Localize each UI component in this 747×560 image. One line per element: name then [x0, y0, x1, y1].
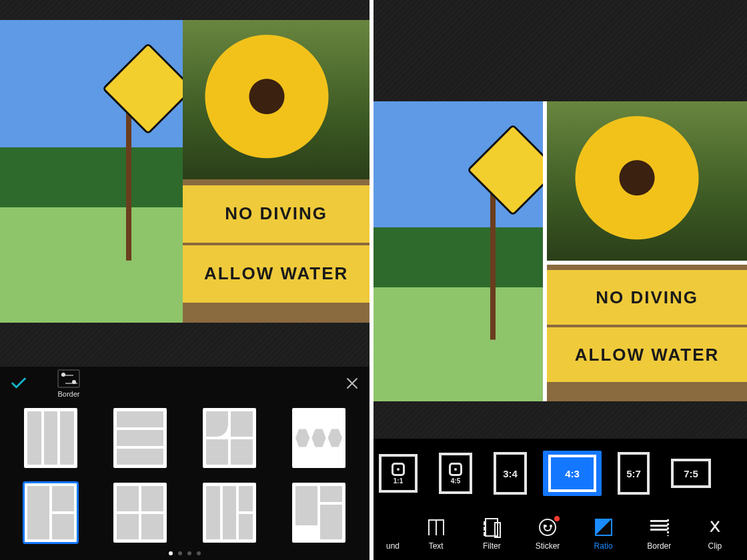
pool-text-1: NO DIVING [183, 185, 369, 243]
top-bar [374, 0, 747, 101]
page-dot[interactable] [178, 551, 182, 555]
page-dot[interactable] [169, 551, 173, 555]
sliders-icon [57, 369, 80, 388]
layout-option-tall-mixed[interactable] [203, 483, 256, 543]
right-screenshot: STOP AHEAD NO DIVING ALLOW WATER 1:14:53… [374, 0, 747, 560]
layout-option-three-col[interactable] [24, 408, 77, 468]
tool-text[interactable]: Text [412, 517, 460, 551]
layout-grid [0, 404, 369, 547]
ratio-label: 4:5 [451, 477, 460, 485]
layout-option-stagger[interactable] [292, 483, 345, 543]
pool-text-1: NO DIVING [547, 270, 747, 325]
layout-option-grid-2x2[interactable] [113, 483, 167, 543]
sign-text: STOP AHEAD [480, 137, 542, 199]
tool-label: Sticker [536, 541, 560, 551]
tool-clip[interactable]: Clip [691, 517, 739, 551]
clip-icon [705, 517, 725, 537]
collage-cell-flower[interactable] [183, 20, 369, 179]
collage-cell-sign[interactable]: STOP AHEAD [374, 101, 543, 401]
layout-panel: Border [0, 367, 369, 560]
tool-sticker[interactable]: Sticker [524, 517, 572, 551]
page-dot[interactable] [187, 551, 191, 555]
layout-option-three-row[interactable] [113, 408, 167, 468]
ratio-icon [594, 517, 614, 537]
mid-gap [0, 323, 369, 367]
page-dot[interactable] [197, 551, 201, 555]
ratio-label: 7:5 [671, 459, 711, 488]
collage-canvas[interactable]: STOP AHEAD NO DIVING ALLOW WATER [374, 101, 747, 401]
collage-cell-flower[interactable] [547, 101, 747, 261]
ratio-label: 5:7 [618, 452, 650, 495]
panel-header: Border [0, 367, 369, 404]
tool-label: und [386, 541, 400, 551]
cancel-button[interactable] [344, 375, 360, 395]
text-icon [426, 517, 446, 537]
pool-text-2: ALLOW WATER [547, 327, 747, 382]
tool-label: Clip [708, 541, 722, 551]
svg-point-1 [718, 532, 722, 536]
tool-background[interactable]: und [382, 517, 404, 551]
mid-gap [374, 401, 747, 439]
collage-canvas[interactable]: STOP AHEAD NO DIVING ALLOW WATER [0, 20, 369, 323]
tool-label: Text [429, 541, 444, 551]
border-icon [649, 517, 669, 537]
tool-label: Ratio [594, 541, 613, 551]
collage-cell-sign[interactable]: STOP AHEAD [0, 20, 183, 323]
badge-dot [554, 516, 560, 521]
tool-ratio[interactable]: Ratio [580, 517, 628, 551]
sign-text: STOP AHEAD [115, 56, 177, 117]
layout-option-hexagons[interactable] [292, 408, 345, 468]
confirm-button[interactable] [9, 374, 28, 397]
ratio-option-4-5[interactable]: 4:5 [434, 449, 478, 498]
ratio-label: 4:3 [548, 455, 596, 492]
ratio-option-5-7[interactable]: 5:7 [612, 448, 655, 499]
tool-label: Filter [483, 541, 501, 551]
ratio-option-3-4[interactable]: 3:4 [488, 448, 532, 499]
border-label: Border [57, 390, 79, 398]
ratio-option-7-5[interactable]: 7:5 [666, 455, 716, 492]
page-indicator [0, 547, 369, 560]
ratio-selector[interactable]: 1:14:53:44:35:77:5 [374, 439, 747, 508]
pool-text-2: ALLOW WATER [183, 245, 369, 303]
instagram-icon [449, 463, 462, 476]
ratio-label: 3:4 [494, 452, 527, 495]
border-mode-button[interactable]: Border [57, 369, 80, 398]
layout-option-organic-2x2[interactable] [203, 408, 256, 468]
tool-border[interactable]: Border [635, 517, 683, 551]
layout-option-l-shape[interactable] [24, 483, 77, 543]
bottom-toolbar: undTextFilterStickerRatioBorderClip [374, 508, 747, 560]
svg-point-0 [708, 532, 712, 536]
top-bar [0, 0, 369, 20]
collage-cell-pool[interactable]: NO DIVING ALLOW WATER [183, 179, 369, 323]
tool-label: Border [647, 541, 671, 551]
filter-icon [482, 517, 502, 537]
tool-filter[interactable]: Filter [468, 517, 516, 551]
instagram-icon [392, 463, 405, 476]
left-screenshot: STOP AHEAD NO DIVING ALLOW WATER Border [0, 0, 374, 560]
collage-cell-pool[interactable]: NO DIVING ALLOW WATER [547, 265, 747, 401]
ratio-label: 1:1 [394, 477, 403, 485]
ratio-option-4-3[interactable]: 4:3 [543, 451, 602, 496]
ratio-option-1-1[interactable]: 1:1 [374, 450, 423, 497]
